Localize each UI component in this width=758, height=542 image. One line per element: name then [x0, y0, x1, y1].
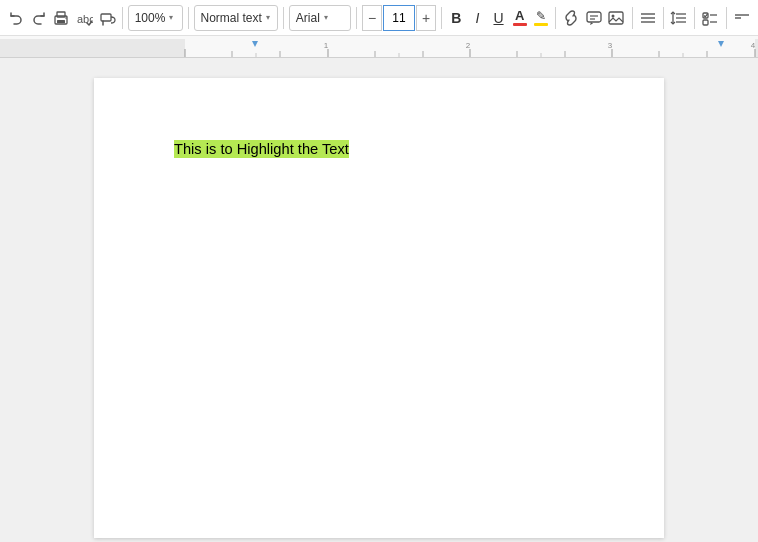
undo-button[interactable] [6, 4, 27, 32]
highlight-color-button[interactable]: ✎ [531, 5, 550, 31]
svg-text:1: 1 [324, 41, 329, 50]
spellcheck-button[interactable]: abc [74, 4, 95, 32]
svg-text:4: 4 [751, 41, 756, 50]
line-spacing-button[interactable] [669, 4, 690, 32]
document-area: This is to Highlight the Text [0, 58, 758, 542]
svg-point-10 [612, 14, 615, 17]
text-color-button[interactable]: A [510, 5, 529, 31]
zoom-dropdown[interactable]: 100% ▾ [128, 5, 183, 31]
highlight-color-bar [534, 23, 548, 26]
svg-rect-19 [703, 20, 708, 25]
ruler: 1 2 3 4 [0, 36, 758, 58]
paint-format-button[interactable] [96, 4, 117, 32]
font-chevron-icon: ▾ [324, 13, 328, 22]
checklist-button[interactable] [700, 4, 721, 32]
link-button[interactable] [561, 4, 582, 32]
font-size-increase-button[interactable]: + [416, 5, 436, 31]
divider-2 [188, 7, 189, 29]
divider-3 [283, 7, 284, 29]
divider-10 [726, 7, 727, 29]
svg-rect-2 [57, 20, 65, 23]
text-style-value: Normal text [201, 11, 262, 25]
font-size-control: − + [362, 5, 436, 31]
font-dropdown[interactable]: Arial ▾ [289, 5, 352, 31]
document-page[interactable]: This is to Highlight the Text [94, 78, 664, 538]
text-style-chevron-icon: ▾ [266, 13, 270, 22]
align-button[interactable] [638, 4, 659, 32]
toolbar: abc 100% ▾ Normal text ▾ Arial ▾ − + B I… [0, 0, 758, 36]
divider-5 [441, 7, 442, 29]
comment-button[interactable] [584, 4, 605, 32]
svg-text:2: 2 [466, 41, 471, 50]
font-size-decrease-button[interactable]: − [362, 5, 382, 31]
italic-button[interactable]: I [468, 5, 487, 31]
svg-rect-5 [101, 14, 111, 21]
ruler-svg: 1 2 3 4 [0, 39, 758, 57]
text-style-dropdown[interactable]: Normal text ▾ [194, 5, 279, 31]
divider-1 [122, 7, 123, 29]
zoom-chevron-icon: ▾ [169, 13, 173, 22]
font-size-input[interactable] [383, 5, 415, 31]
svg-rect-6 [587, 12, 601, 22]
print-button[interactable] [51, 4, 72, 32]
divider-7 [632, 7, 633, 29]
svg-point-3 [66, 17, 68, 19]
highlighted-text: This is to Highlight the Text [174, 140, 349, 158]
underline-button[interactable]: U [489, 5, 508, 31]
font-value: Arial [296, 11, 320, 25]
divider-8 [663, 7, 664, 29]
more-options-button[interactable] [731, 4, 752, 32]
divider-4 [356, 7, 357, 29]
divider-9 [694, 7, 695, 29]
divider-6 [555, 7, 556, 29]
svg-text:3: 3 [608, 41, 613, 50]
image-button[interactable] [606, 4, 627, 32]
text-color-letter: A [515, 9, 524, 22]
svg-rect-23 [0, 39, 185, 57]
svg-rect-9 [609, 12, 623, 24]
redo-button[interactable] [29, 4, 50, 32]
text-color-bar [513, 23, 527, 26]
bold-button[interactable]: B [447, 5, 466, 31]
highlight-icon: ✎ [536, 10, 546, 22]
zoom-value: 100% [135, 11, 166, 25]
